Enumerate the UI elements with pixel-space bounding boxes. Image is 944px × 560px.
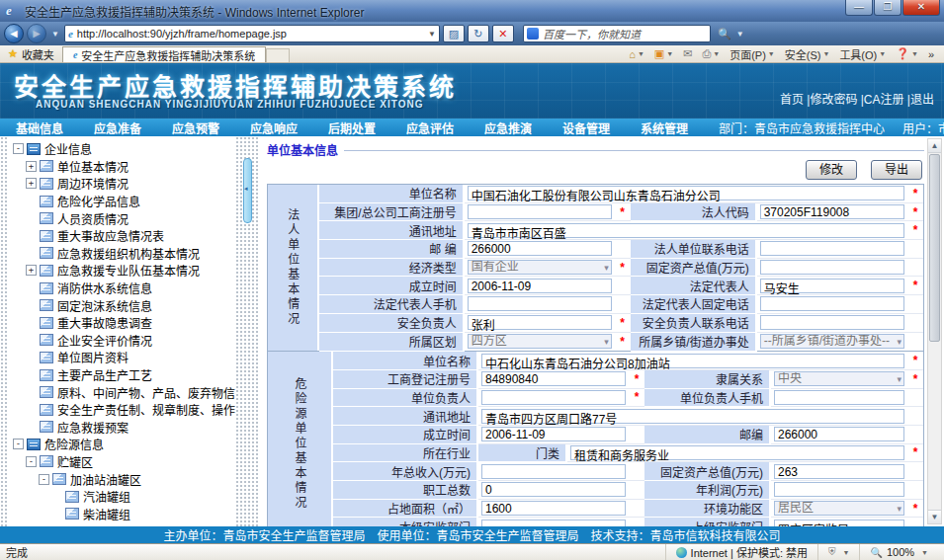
tree-item-label[interactable]: 重大事故隐患调查	[57, 314, 152, 331]
tree-item[interactable]: 主要产品生产工艺	[13, 366, 235, 384]
text-field[interactable]	[760, 260, 904, 275]
tree-item[interactable]: +周边环境情况	[13, 175, 235, 193]
tree-item[interactable]: 重大事故隐患调查	[13, 314, 235, 332]
search-input[interactable]: 百度一下，你就知道	[543, 26, 707, 41]
scroll-thumb[interactable]	[929, 154, 940, 342]
address-url[interactable]: http://localhost:90/yjzh/frame/homepage.…	[77, 28, 424, 40]
tree-item[interactable]: -贮罐区	[13, 453, 235, 471]
address-dropdown-icon[interactable]: ▼	[428, 30, 436, 39]
tree-item[interactable]: 汽油罐组	[13, 488, 235, 506]
text-field[interactable]: 马安生	[760, 279, 904, 293]
text-field[interactable]: 四方区安监局	[774, 520, 904, 526]
text-field[interactable]: 中石化山东青岛石油分公司8加油站	[481, 354, 904, 368]
zoom-control[interactable]: 🔍 100%▼	[859, 544, 938, 560]
expand-icon[interactable]: +	[26, 178, 37, 189]
menu-item-4[interactable]: 后期处置	[328, 120, 406, 136]
refresh-button[interactable]: ↻	[468, 25, 489, 42]
tree-item-label[interactable]: 安全生产责任制、规章制度、操作规程信息	[57, 401, 235, 418]
page-menu[interactable]: 页面(P)▼	[726, 46, 779, 62]
menu-item-6[interactable]: 应急推演	[484, 120, 562, 136]
text-field[interactable]: 2006-11-09	[468, 279, 612, 293]
select-field[interactable]: 四方区	[468, 334, 612, 349]
tree-item[interactable]: +单位基本情况	[13, 158, 235, 176]
tree-item[interactable]: 消防供水系统信息	[13, 280, 235, 297]
text-field[interactable]: 84890840	[481, 371, 626, 386]
top-link-1[interactable]: 修改密码	[810, 93, 857, 107]
tree-item[interactable]: 单位图片资料	[13, 349, 235, 366]
chevron-more-icon[interactable]: »	[924, 48, 938, 60]
tree-item-label[interactable]: 危险化学品信息	[57, 193, 140, 209]
text-field[interactable]	[481, 520, 626, 526]
back-button[interactable]: ◄	[4, 24, 24, 43]
text-field[interactable]	[481, 390, 626, 405]
select-field[interactable]: --所属乡镇/街道办事处--	[760, 334, 904, 349]
tree-item-label[interactable]: 周边环境情况	[57, 175, 129, 192]
tree-item[interactable]: +应急救援专业队伍基本情况	[13, 262, 235, 280]
tree-item[interactable]: 应急救援预案	[13, 419, 235, 437]
menu-item-8[interactable]: 系统管理	[641, 120, 719, 136]
tree-item-label[interactable]: 应急救援专业队伍基本情况	[57, 262, 200, 279]
forward-button[interactable]: ►	[27, 24, 46, 43]
new-tab-stub[interactable]	[266, 48, 290, 62]
tree-item-label[interactable]: 单位图片资料	[57, 349, 129, 365]
text-field[interactable]	[760, 315, 904, 330]
text-field[interactable]: 0	[481, 482, 626, 497]
text-field[interactable]: 1600	[481, 501, 626, 516]
stop-button[interactable]: ✕	[492, 25, 514, 42]
select-field[interactable]: 居民区	[774, 501, 904, 516]
tree-item-label[interactable]: 主要产品生产工艺	[57, 366, 152, 383]
tree-item-label[interactable]: 原料、中间产物、产品、废弃物信息	[57, 384, 235, 401]
text-field[interactable]: 青岛市四方区周口路77号	[481, 409, 904, 424]
tree-item[interactable]: 原料、中间产物、产品、废弃物信息	[13, 383, 235, 401]
menu-item-7[interactable]: 设备管理	[562, 120, 641, 136]
expand-icon[interactable]: +	[26, 265, 37, 276]
top-link-2[interactable]: CA注册	[864, 93, 904, 107]
text-field[interactable]: 266000	[468, 241, 612, 256]
tree-item-label[interactable]: 单位基本情况	[57, 158, 129, 175]
text-field[interactable]	[760, 241, 904, 256]
minimize-button[interactable]: —	[845, 0, 873, 16]
tree-item[interactable]: -加油站油罐区	[13, 470, 235, 488]
tree-item[interactable]: -企业信息	[13, 140, 235, 158]
tree-item[interactable]: 企业安全评价情况	[13, 332, 235, 350]
help-menu[interactable]: ❓▼	[892, 47, 922, 60]
tree-item-label[interactable]: 消防供水系统信息	[57, 280, 152, 296]
text-field[interactable]: 370205F119008	[760, 204, 904, 219]
menu-item-5[interactable]: 应急评估	[406, 120, 484, 136]
menu-item-2[interactable]: 应急预警	[172, 120, 250, 136]
collapse-icon[interactable]: -	[39, 474, 49, 485]
feeds-button[interactable]: ▣▼	[650, 47, 677, 60]
tree-item-label[interactable]: 应急救援组织机构基本情况	[57, 245, 200, 262]
text-field[interactable]: 263	[774, 464, 904, 479]
tree-item-label[interactable]: 应急救援预案	[57, 419, 129, 436]
print-button[interactable]: ⎙▼	[698, 47, 724, 60]
text-field[interactable]: 张利	[468, 315, 612, 330]
tree-item-label[interactable]: 危险源信息	[44, 436, 104, 452]
search-dropdown-icon[interactable]: ▼	[736, 30, 744, 39]
collapse-icon[interactable]: -	[26, 456, 37, 467]
text-field[interactable]	[774, 390, 904, 405]
safety-menu[interactable]: 安全(S)▼	[781, 46, 834, 62]
text-field[interactable]	[468, 296, 612, 311]
splitter[interactable]	[235, 136, 259, 526]
text-field[interactable]: 2006-11-09	[481, 427, 626, 441]
text-field[interactable]	[468, 204, 612, 219]
tree-item-label[interactable]: 企业信息	[44, 140, 92, 157]
tools-menu[interactable]: 工具(O)▼	[835, 46, 890, 62]
favorites-button[interactable]: ★ 收藏夹	[0, 45, 62, 62]
text-field[interactable]: 266000	[774, 427, 904, 441]
content-scrollbar[interactable]: ▲ ▼	[927, 138, 942, 524]
mail-button[interactable]: ✉	[679, 47, 696, 60]
home-button[interactable]: ⌂▼	[625, 48, 648, 60]
tree-item-label[interactable]: 加油站油罐区	[70, 471, 141, 488]
menu-item-1[interactable]: 应急准备	[94, 120, 172, 136]
modify-button[interactable]: 修改	[806, 160, 857, 180]
tree-item[interactable]: 柴油罐组	[13, 505, 235, 522]
protected-mode-toggle[interactable]: ⛨▼	[817, 544, 859, 560]
text-field[interactable]	[760, 296, 904, 311]
text-field[interactable]: 青岛市市南区百盛	[468, 223, 904, 238]
tree-item-label[interactable]: 人员资质情况	[57, 210, 129, 227]
close-button[interactable]: ✕	[902, 0, 940, 16]
text-field[interactable]	[774, 482, 904, 497]
tree-item[interactable]: 固定泡沫系统信息	[13, 296, 235, 314]
